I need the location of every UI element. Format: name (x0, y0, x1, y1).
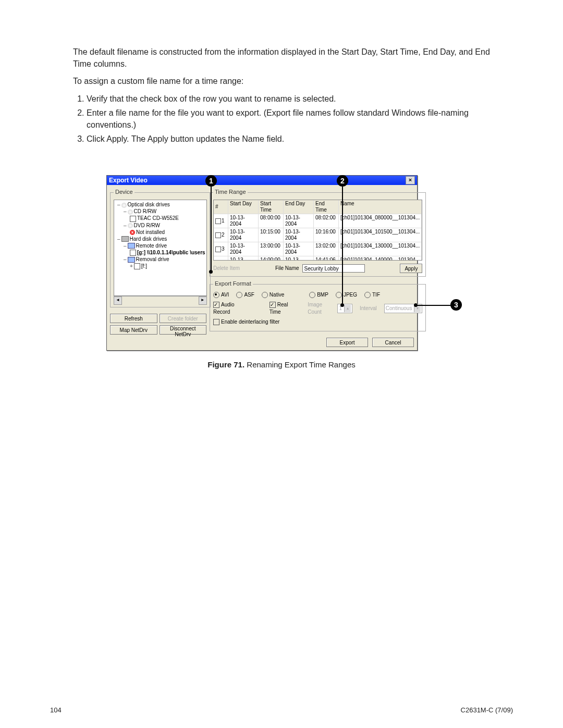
export-format-group: Export Format AVI ASF Native BMP JPEG TI… (210, 280, 426, 331)
file-name-label: File Name (275, 265, 299, 273)
error-icon: x (130, 230, 135, 235)
hard-disk-icon (121, 236, 129, 242)
figure-caption: Figure 71. Renaming Export Time Ranges (106, 359, 457, 371)
row-checkbox[interactable] (215, 261, 221, 261)
map-netdrv-button[interactable]: Map NetDrv (110, 325, 157, 335)
figure-wrap: 1 2 3 Export Video × Device –O (106, 175, 457, 371)
device-tree[interactable]: –Optical disk drives –CD R/RW TEAC CD-W5… (114, 200, 207, 296)
step-2: Enter a file name for the file you want … (87, 107, 490, 131)
intro-line-1: The default filename is constructed from… (73, 46, 490, 70)
cd-icon (128, 209, 133, 215)
time-range-legend: Time Range (213, 188, 248, 196)
export-video-window: Export Video × Device –Optical disk driv… (106, 175, 418, 351)
scroll-right-icon[interactable]: ► (199, 297, 207, 305)
title-bar: Export Video × (107, 176, 417, 185)
image-count-field: 1▴ (337, 304, 352, 313)
doc-id: C2631M-C (7/09) (461, 706, 513, 715)
row-checkbox[interactable] (215, 218, 221, 224)
table-row[interactable]: 410-13-200414:00:0010-13-200414:41:06[ch… (214, 256, 422, 261)
export-format-legend: Export Format (213, 280, 253, 288)
table-row[interactable]: 210-13-200410:15:0010-13-200410:16:00[ch… (214, 228, 422, 242)
radio-native[interactable]: Native (262, 291, 284, 299)
remote-drive-icon (128, 243, 135, 249)
deinterlace-checkbox[interactable]: Enable deinterlacing filter (213, 318, 279, 326)
removal-drive-icon (128, 257, 135, 263)
export-button[interactable]: Export (326, 338, 368, 347)
radio-tif[interactable]: TIF (364, 291, 380, 299)
interval-label: Interval (360, 305, 377, 313)
radio-asf[interactable]: ASF (236, 291, 254, 299)
table-row[interactable]: 310-13-200413:00:0010-13-200413:02:00[ch… (214, 242, 422, 256)
radio-jpeg[interactable]: JPEG (336, 291, 357, 299)
step-1: Verify that the check box of the row you… (87, 93, 490, 105)
audio-record-checkbox[interactable]: Audio Record (213, 301, 243, 316)
real-time-checkbox[interactable]: Real Time (270, 301, 293, 316)
callout-2-line (342, 187, 343, 303)
apply-button[interactable]: Apply (400, 264, 422, 273)
tree-hscroll[interactable]: ◄ ► (114, 296, 207, 304)
device-group: Device –Optical disk drives –CD R/RW TEA… (110, 188, 211, 307)
time-range-group: Time Range # Start Day Start Time End Da… (210, 188, 426, 277)
intro-line-2: To assign a custom file name for a time … (73, 75, 490, 87)
callout-3-line (417, 305, 450, 306)
teac-checkbox[interactable] (130, 216, 136, 222)
optical-drive-icon (121, 203, 127, 208)
callout-1-line (211, 187, 212, 270)
callout-3: 3 (450, 299, 462, 311)
close-icon[interactable]: × (406, 176, 415, 184)
table-row[interactable]: 110-13-200408:00:0010-13-200408:02:00[ch… (214, 214, 422, 228)
image-count-label: Image Count (308, 301, 330, 316)
row-checkbox[interactable] (215, 246, 221, 252)
cancel-button[interactable]: Cancel (372, 338, 414, 347)
remote-path-checkbox[interactable] (130, 250, 136, 256)
disconnect-netdrv-button[interactable]: Disconnect NetDrv (160, 325, 207, 335)
window-title: Export Video (109, 176, 148, 185)
row-checkbox[interactable] (215, 232, 221, 238)
page-number: 104 (50, 706, 62, 715)
time-range-table[interactable]: # Start Day Start Time End Day End Time … (213, 200, 422, 261)
scroll-left-icon[interactable]: ◄ (114, 297, 122, 305)
floppy-checkbox[interactable] (134, 263, 140, 269)
device-legend: Device (114, 188, 134, 196)
step-3: Click Apply. The Apply button updates th… (87, 133, 490, 145)
delete-item-link[interactable]: Delete Item (213, 265, 240, 273)
file-name-input[interactable] (302, 264, 365, 273)
radio-avi[interactable]: AVI (213, 291, 229, 299)
spinner-icon: ▴ (344, 305, 351, 312)
table-header: # Start Day Start Time End Day End Time … (214, 200, 422, 214)
create-folder-button[interactable]: Create folder (160, 314, 207, 323)
refresh-button[interactable]: Refresh (110, 314, 157, 323)
steps-list: Verify that the check box of the row you… (73, 93, 490, 145)
radio-bmp[interactable]: BMP (309, 291, 328, 299)
dvd-icon (128, 223, 133, 228)
